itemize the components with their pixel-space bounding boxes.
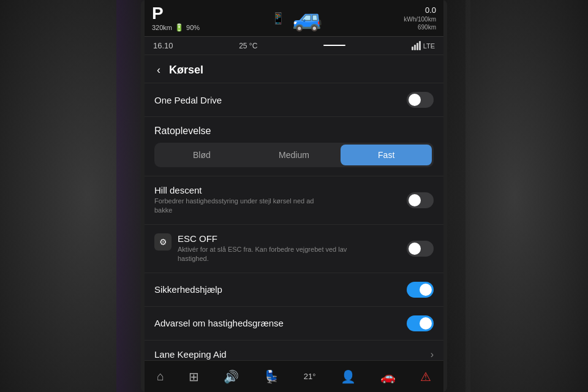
network-status: LTE <box>412 41 435 50</box>
arm-rest-right <box>466 0 588 392</box>
toggle-knob <box>409 194 421 206</box>
profile-icon: 👤 <box>341 369 356 384</box>
nav-seat[interactable]: 💺 <box>259 368 284 385</box>
range-display: 320km 🔋 90% <box>152 23 201 32</box>
phone-icon: 📱 <box>271 12 285 25</box>
drive-mode-indicator: P <box>152 5 201 22</box>
nav-climate[interactable]: 21° <box>299 371 321 382</box>
car-silhouette-icon: 🚙 <box>292 4 323 32</box>
safety-toggle[interactable] <box>407 282 434 298</box>
car-efficiency-display: 0.0 kWh/100km 690km <box>393 6 436 31</box>
signal-icon <box>412 41 421 50</box>
toggle-knob <box>420 317 432 330</box>
one-pedal-drive-toggle[interactable] <box>407 92 434 108</box>
nav-grid[interactable]: ⊞ <box>184 368 204 385</box>
toggle-knob <box>409 94 421 106</box>
hill-descent-label: Hill descent <box>154 185 407 195</box>
system-time: 16.10 <box>153 41 173 50</box>
connection-indicator <box>323 45 345 47</box>
lte-label: LTE <box>423 42 435 50</box>
climate-temp: 21° <box>304 372 316 381</box>
seat-icon: 💺 <box>264 369 279 384</box>
steering-option-medium[interactable]: Medium <box>249 145 340 165</box>
toggle-knob <box>420 284 432 296</box>
bottom-navigation: ⌂ ⊞ 🔊 💺 21° 👤 🚗 ⚠ <box>145 360 443 392</box>
esc-off-row: ⚙ ESC OFF Aktivér for at slå ESC fra. Ka… <box>145 225 443 273</box>
steering-options-group: Blød Medium Fast <box>154 143 434 167</box>
home-icon: ⌂ <box>157 369 164 383</box>
range-value: 320km <box>152 24 172 31</box>
lane-keeping-label: Lane Keeping Aid <box>154 349 227 360</box>
esc-icon: ⚙ <box>154 233 172 251</box>
safety-label: Sikkerhedshjælp <box>154 284 222 295</box>
toggle-knob <box>409 243 421 255</box>
car-status-left: P 320km 🔋 90% <box>152 5 201 32</box>
safety-row: Sikkerhedshjælp <box>145 273 443 307</box>
hill-descent-left: Hill descent Forbedrer hastighedsstyring… <box>154 185 407 216</box>
steering-option-soft[interactable]: Blød <box>156 145 247 165</box>
nav-home[interactable]: ⌂ <box>152 368 169 385</box>
esc-off-toggle[interactable] <box>407 241 434 257</box>
lane-keeping-row[interactable]: Lane Keeping Aid › <box>145 341 443 360</box>
range-secondary: 690km <box>418 24 436 31</box>
nav-profile[interactable]: 👤 <box>336 368 361 385</box>
warning-icon: ⚠ <box>420 369 431 384</box>
system-temp: 25 °C <box>239 42 257 50</box>
grid-icon: ⊞ <box>189 369 199 384</box>
nav-warning[interactable]: ⚠ <box>415 368 436 385</box>
esc-off-left: ⚙ ESC OFF Aktivér for at slå ESC fra. Ka… <box>154 233 407 264</box>
tablet-screen: P 320km 🔋 90% 📱 🚙 0.0 kWh/100km 690km 16… <box>145 0 443 392</box>
esc-text-group: ESC OFF Aktivér for at slå ESC fra. Kan … <box>178 233 349 264</box>
speed-warning-row: Advarsel om hastighedsgrænse <box>145 307 443 341</box>
esc-off-label: ESC OFF <box>178 233 349 244</box>
hill-descent-row: Hill descent Forbedrer hastighedsstyring… <box>145 176 443 225</box>
efficiency-value: 0.0 <box>425 6 436 15</box>
one-pedal-drive-label: One Pedal Drive <box>154 95 222 105</box>
speed-warning-label: Advarsel om hastighedsgrænse <box>154 318 284 328</box>
steering-selector: Blød Medium Fast <box>145 140 443 176</box>
connection-line <box>323 45 345 46</box>
nav-sound[interactable]: 🔊 <box>219 368 244 385</box>
esc-off-sublabel: Aktivér for at slå ESC fra. Kan forbedre… <box>178 245 349 264</box>
car-status-bar: P 320km 🔋 90% 📱 🚙 0.0 kWh/100km 690km <box>145 0 443 37</box>
steering-option-fast[interactable]: Fast <box>341 145 432 165</box>
car-nav-icon: 🚗 <box>380 369 396 384</box>
steering-section-label: Ratoplevelse <box>145 117 443 140</box>
hill-descent-sublabel: Forbedrer hastighedsstyring under stejl … <box>154 197 326 216</box>
car-icon-center: 📱 🚙 <box>271 4 323 32</box>
battery-pct: 90% <box>186 24 200 31</box>
battery-icon: 🔋 <box>175 23 184 32</box>
sound-icon: 🔊 <box>224 369 239 384</box>
one-pedal-drive-row: One Pedal Drive <box>145 83 443 117</box>
page-header: ‹ Kørsel <box>145 55 443 83</box>
system-status-bar: 16.10 25 °C LTE <box>145 37 443 55</box>
nav-car[interactable]: 🚗 <box>375 368 401 385</box>
efficiency-unit: kWh/100km <box>404 16 436 23</box>
back-button[interactable]: ‹ <box>153 62 164 78</box>
lane-keeping-arrow: › <box>431 349 434 360</box>
speed-warning-toggle[interactable] <box>407 315 434 331</box>
page-title: Kørsel <box>169 64 203 77</box>
hill-descent-toggle[interactable] <box>407 192 434 208</box>
settings-content[interactable]: ‹ Kørsel One Pedal Drive Ratoplevelse Bl… <box>145 55 443 360</box>
